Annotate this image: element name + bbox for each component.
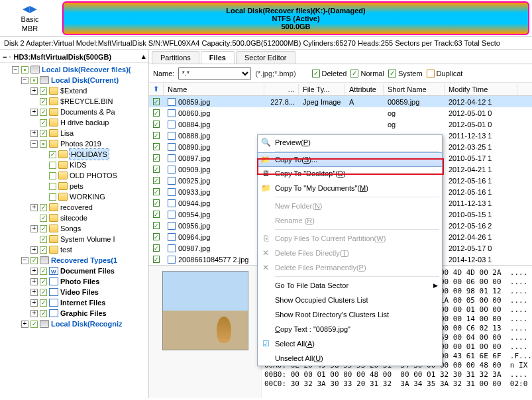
col-short[interactable]: Short Name xyxy=(384,84,445,95)
tree-node[interactable]: H drive backup xyxy=(3,117,148,128)
menu-select-all[interactable]: ☑Select All(A) xyxy=(258,336,442,351)
row-checkbox[interactable] xyxy=(149,233,164,240)
tree-node[interactable]: +Songs xyxy=(3,223,148,234)
tree-node[interactable]: +Photo Files xyxy=(3,276,148,287)
filter-deleted[interactable]: Deleted xyxy=(312,70,347,77)
tree-node[interactable]: sitecode xyxy=(3,213,148,223)
filter-normal[interactable]: Normal xyxy=(350,70,384,77)
expand-icon[interactable]: + xyxy=(30,225,38,232)
tree-node[interactable]: −Local Disk(Recover files)( xyxy=(3,64,148,75)
tab-sector-editor[interactable]: Sector Editor xyxy=(236,51,295,64)
checkbox[interactable] xyxy=(40,204,47,211)
menu-root-clusters[interactable]: Show Root Directory's Clusters List xyxy=(258,307,442,322)
toggle-up-icon[interactable]: ⬆ xyxy=(149,83,164,95)
checkbox[interactable] xyxy=(49,172,56,179)
col-attr[interactable]: Attribute xyxy=(345,84,384,95)
tree-node[interactable]: +$Extend xyxy=(3,85,148,96)
expand-icon[interactable]: − xyxy=(21,77,28,84)
checkbox[interactable] xyxy=(40,236,47,243)
row-checkbox[interactable] xyxy=(149,121,164,128)
tree-node[interactable]: +Graphic Files xyxy=(3,308,148,319)
tree-header[interactable]: − HD3:MsftVirtualDisk(500GB) ▴ xyxy=(0,51,148,63)
row-checkbox[interactable] xyxy=(149,244,164,252)
checkbox[interactable] xyxy=(40,130,47,137)
disk-banner[interactable]: Local Disk(Recover files)(K:)-(Damaged) … xyxy=(62,1,529,35)
expand-icon[interactable]: + xyxy=(30,310,38,317)
menu-unselect-all[interactable]: Unselect All(U) xyxy=(258,351,442,366)
expand-icon[interactable]: − xyxy=(12,66,19,74)
tree-node[interactable]: +Video Files xyxy=(3,287,148,297)
row-checkbox[interactable] xyxy=(149,199,164,207)
row-checkbox[interactable] xyxy=(149,256,164,263)
checkbox[interactable] xyxy=(40,278,47,285)
tab-partitions[interactable]: Partitions xyxy=(152,51,199,64)
filter-system[interactable]: System xyxy=(388,70,423,77)
filter-duplicate[interactable]: Duplicat xyxy=(427,70,463,77)
expand-icon[interactable]: + xyxy=(30,289,38,296)
expand-icon[interactable]: − xyxy=(3,53,7,61)
checkbox[interactable] xyxy=(40,215,47,222)
checkbox[interactable] xyxy=(40,299,47,307)
checkbox[interactable] xyxy=(40,98,47,105)
tree-node[interactable]: +Document Files xyxy=(3,266,148,276)
col-modify[interactable]: Modify Time xyxy=(445,84,517,95)
checkbox[interactable] xyxy=(49,193,56,201)
tree-node[interactable]: +Internet Files xyxy=(3,297,148,308)
checkbox[interactable] xyxy=(30,321,38,328)
menu-preview[interactable]: 🔍Preview(P) xyxy=(258,135,442,150)
row-checkbox[interactable] xyxy=(149,154,164,162)
tree-node[interactable]: +Documents & Pa xyxy=(3,107,148,117)
row-checkbox[interactable] xyxy=(149,211,164,218)
name-pattern-select[interactable]: *.* xyxy=(178,67,251,80)
menu-go-sector[interactable]: Go To File Data Sector▶ xyxy=(258,278,442,293)
file-row[interactable]: 00860.jpgog2012-05-01 0 xyxy=(149,107,532,119)
expand-icon[interactable]: − xyxy=(30,140,38,148)
checkbox[interactable] xyxy=(40,109,47,116)
row-checkbox[interactable] xyxy=(149,177,164,184)
col-name[interactable]: Name xyxy=(164,84,264,95)
expand-icon[interactable]: − xyxy=(21,257,28,264)
checkbox[interactable] xyxy=(40,140,47,148)
checkbox[interactable] xyxy=(30,257,38,264)
tree-node[interactable]: −Recovered Types(1 xyxy=(3,255,148,266)
menu-copy-desktop[interactable]: 🖥Copy To "Desktop"(D) xyxy=(258,166,442,181)
tree-node[interactable]: System Volume I xyxy=(3,234,148,244)
checkbox[interactable] xyxy=(49,183,56,190)
file-row[interactable]: 00884.jpgog2012-05-01 0 xyxy=(149,119,532,130)
tree-node[interactable]: +recovered xyxy=(3,202,148,213)
checkbox[interactable] xyxy=(40,310,47,317)
checkbox[interactable] xyxy=(40,246,47,254)
menu-copy-to[interactable]: 📂Copy To(S)... xyxy=(257,152,443,167)
tree-node[interactable]: +Lisa xyxy=(3,128,148,138)
expand-icon[interactable]: + xyxy=(30,87,38,95)
tree-node[interactable]: pets xyxy=(3,181,148,191)
tab-files[interactable]: Files xyxy=(201,51,235,64)
tree-node[interactable]: −Local Disk(Current) xyxy=(3,75,148,85)
checkbox[interactable] xyxy=(40,268,47,275)
checkbox[interactable] xyxy=(40,87,47,95)
menu-occupied-clusters[interactable]: Show Occupied Clusters List xyxy=(258,293,442,307)
tree-node[interactable]: KIDS xyxy=(3,160,148,170)
col-type[interactable]: File Ty... xyxy=(299,84,345,95)
tree-node[interactable]: $RECYCLE.BIN xyxy=(3,96,148,107)
tree-node[interactable]: OLD PHOTOS xyxy=(3,170,148,181)
expand-icon[interactable]: + xyxy=(30,204,38,211)
basic-mbr-button[interactable]: ◀▶ BasicMBR xyxy=(0,0,60,36)
tree-node[interactable]: −Photos 2019 xyxy=(3,138,148,149)
expand-icon[interactable]: + xyxy=(30,299,38,307)
expand-icon[interactable]: + xyxy=(30,268,38,275)
checkbox[interactable] xyxy=(49,151,56,158)
expand-icon[interactable]: + xyxy=(30,278,38,285)
expand-icon[interactable]: + xyxy=(30,246,38,254)
expand-icon[interactable]: + xyxy=(30,130,38,137)
checkbox[interactable] xyxy=(40,289,47,296)
row-checkbox[interactable] xyxy=(149,132,164,139)
row-checkbox[interactable] xyxy=(149,98,164,105)
row-checkbox[interactable] xyxy=(149,166,164,173)
tree-node[interactable]: WORKING xyxy=(3,191,148,202)
row-checkbox[interactable] xyxy=(149,143,164,150)
checkbox[interactable] xyxy=(49,162,56,169)
checkbox[interactable] xyxy=(30,77,38,84)
tree-node[interactable]: +test xyxy=(3,244,148,255)
row-checkbox[interactable] xyxy=(149,109,164,117)
